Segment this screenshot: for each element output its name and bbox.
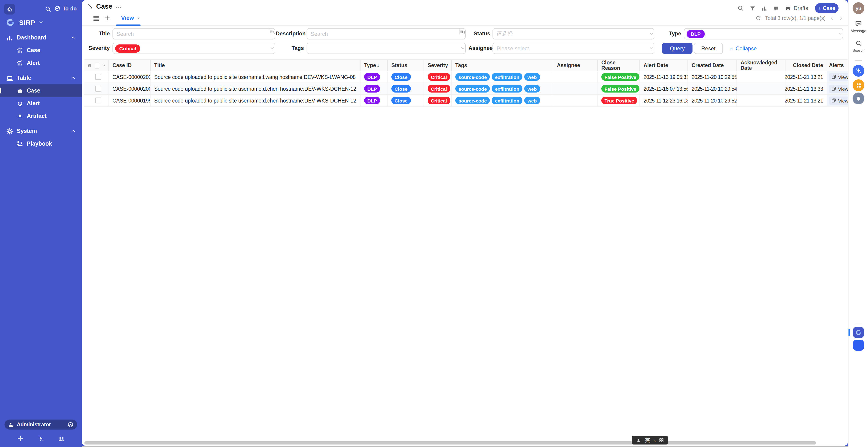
row-checkbox[interactable] [95, 74, 101, 80]
add-view-icon[interactable] [104, 15, 110, 21]
list-view-icon[interactable] [93, 15, 99, 21]
description-search-input[interactable] [307, 31, 459, 37]
table-row[interactable]: CASE-00000200Source code uploaded to pub… [84, 83, 848, 95]
ime-toolbar[interactable]: 英 ·, [632, 436, 668, 445]
ime-grid-icon[interactable] [659, 438, 664, 443]
chevron-down-icon[interactable] [102, 63, 106, 67]
expand-icon[interactable] [87, 3, 93, 9]
sidebar-item-table[interactable]: Table [0, 72, 82, 84]
inbox-icon [785, 5, 791, 11]
column-header-assignee[interactable]: Assignee [553, 60, 598, 71]
table-row[interactable]: CASE-00000195Source code uploaded to pub… [84, 95, 848, 107]
sidebar-item-alert[interactable]: Alert [0, 57, 82, 69]
right-rail: yu Message Search [848, 0, 868, 447]
refresh-icon[interactable] [755, 16, 761, 21]
grid-icon [856, 82, 861, 88]
chart-icon[interactable] [762, 5, 767, 11]
view-alerts-button[interactable]: View [829, 73, 848, 81]
close-circle-icon[interactable] [68, 422, 73, 427]
chevron-up-icon[interactable] [71, 128, 76, 133]
drafts-button[interactable]: Drafts [785, 5, 808, 11]
view-alerts-button[interactable]: View [829, 85, 848, 93]
ai-assistant-icon[interactable] [852, 65, 864, 77]
sidebar-item-playbook[interactable]: Playbook [0, 138, 82, 150]
tags-select[interactable] [307, 42, 466, 54]
tab-view[interactable]: View [121, 15, 141, 21]
column-header-close-reason[interactable]: Close Reason [598, 60, 640, 71]
query-button[interactable]: Query [662, 42, 692, 54]
sidebar-item-case[interactable]: Case [0, 84, 82, 97]
notification-bell-icon[interactable] [852, 92, 864, 104]
sirp-app-icon[interactable] [853, 327, 864, 338]
column-header-acknowledged-date[interactable]: Acknowledged Date [737, 60, 785, 71]
ime-paw-icon[interactable] [636, 438, 641, 443]
avatar[interactable]: yu [852, 2, 864, 14]
filter-icon[interactable] [750, 5, 755, 11]
tag: source-code [455, 97, 490, 104]
column-header-closed-date[interactable]: Closed Date [785, 60, 827, 71]
column-header-created-date[interactable]: Created Date [688, 60, 737, 71]
list-search-icon[interactable] [269, 29, 275, 34]
column-header-status[interactable]: Status [388, 60, 424, 71]
members-icon[interactable] [58, 435, 65, 442]
reset-button[interactable]: Reset [694, 42, 723, 54]
add-icon[interactable] [17, 436, 23, 442]
todo-button[interactable]: To-do [55, 5, 76, 11]
column-header-alert-date[interactable]: Alert Date [640, 60, 688, 71]
save-icon[interactable] [87, 62, 92, 68]
more-options-icon[interactable] [115, 4, 122, 10]
apps-grid-icon[interactable] [852, 79, 864, 91]
assignee-select[interactable]: Please select [493, 42, 654, 54]
chevron-up-icon[interactable] [71, 75, 76, 80]
search-button[interactable]: Search [848, 40, 868, 53]
prev-page-icon[interactable] [830, 16, 834, 21]
ai-sparkle-icon[interactable] [37, 436, 44, 442]
severity-select[interactable]: Critical [113, 42, 275, 54]
sidebar-item-dashboard[interactable]: Dashboard [0, 31, 82, 44]
next-page-icon[interactable] [838, 16, 843, 21]
column-header-case-id[interactable]: Case ID [109, 60, 151, 71]
type-select[interactable]: DLP [684, 28, 843, 39]
column-header-label: Created Date [691, 63, 724, 68]
sidebar-item-system[interactable]: System [0, 125, 82, 138]
collapse-link[interactable]: Collapse [729, 42, 757, 54]
sidebar: To-do SIRP DashboardCaseAlertTableCaseAl… [0, 0, 82, 447]
ime-language-mode[interactable]: 英 [645, 437, 650, 444]
column-header-type[interactable]: Type↓ [361, 60, 388, 71]
value-tag: False Positive [601, 85, 640, 92]
tags-cell: source-codeexfiltrationweb [452, 71, 553, 83]
column-header-alerts[interactable]: Alerts [827, 60, 848, 71]
ime-punctuation-mode[interactable]: ·, [653, 438, 655, 443]
new-case-button[interactable]: + Case [815, 3, 839, 13]
horizontal-scrollbar[interactable] [84, 441, 816, 445]
brand[interactable]: SIRP [5, 18, 43, 27]
status-select[interactable]: 请选择 [493, 28, 654, 39]
table-row[interactable]: CASE-00000202Source code uploaded to pub… [84, 71, 848, 83]
tag: source-code [455, 85, 490, 92]
message-button[interactable]: Message [848, 20, 868, 33]
column-header-tags[interactable]: Tags [452, 60, 553, 71]
impersonation-banner[interactable]: Administrator [4, 420, 77, 429]
column-header-label: Assignee [557, 63, 580, 68]
row-checkbox[interactable] [95, 86, 101, 92]
sidebar-item-alert[interactable]: Alert [0, 97, 82, 110]
column-header-severity[interactable]: Severity [424, 60, 452, 71]
blue-app-icon[interactable] [853, 340, 864, 351]
status-cell: Close [388, 71, 424, 83]
select-all-checkbox[interactable] [95, 62, 99, 68]
close-reason-cell: True Positive [598, 95, 640, 106]
user-gear-icon [8, 422, 14, 427]
search-icon[interactable] [737, 5, 744, 11]
home-button[interactable] [4, 4, 15, 14]
row-checkbox[interactable] [95, 97, 101, 103]
tag: source-code [455, 73, 490, 81]
list-search-icon[interactable] [459, 29, 465, 34]
sidebar-item-case[interactable]: Case [0, 44, 82, 57]
sidebar-search-icon[interactable] [45, 6, 51, 12]
sidebar-item-artifact[interactable]: Artifact [0, 110, 82, 122]
view-alerts-button[interactable]: View [829, 96, 848, 105]
column-header-title[interactable]: Title [151, 60, 361, 71]
title-search-input[interactable] [113, 31, 269, 37]
chevron-up-icon[interactable] [71, 35, 76, 40]
comment-icon[interactable] [773, 5, 779, 11]
